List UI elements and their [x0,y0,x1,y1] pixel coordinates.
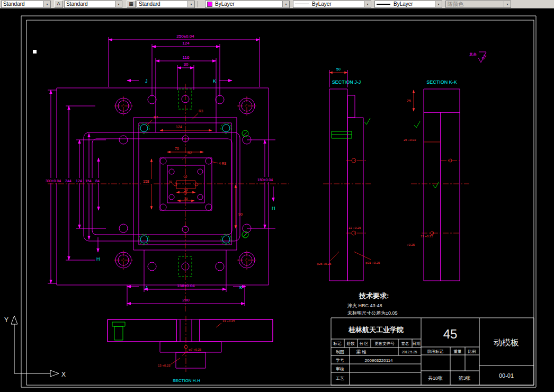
stage-header: 阶段标记 [427,349,444,354]
cut-label-k: K [239,285,243,290]
dim-text: 50 [336,67,341,71]
tech-req-title: 技术要求: [359,292,389,300]
section-kk-label: SECTION K-K [426,79,457,85]
guide-pin-holes [115,98,255,268]
scale-header: 比例 [468,349,476,354]
roughness-check-icon [364,118,370,124]
roughness-check-icon [414,121,420,128]
part-name: 动模板 [494,338,519,347]
chevron-down-icon[interactable]: ▾ [282,1,289,7]
material-grade: 45 [443,327,458,341]
linetype-value: ByLayer [310,1,364,7]
cut-label-h: H [272,206,275,211]
grip-point[interactable] [33,50,37,54]
dim-text: 40 [184,188,188,191]
surface-roughness-value: 3.2 [481,54,487,60]
dim-text: 124 [76,179,82,183]
dim-text: 150±0.04 [257,178,273,182]
chevron-down-icon[interactable]: ▾ [187,1,194,7]
dim-text: 124 [182,41,190,46]
dim-style-value: Standard [2,1,43,7]
lineweight-value: ByLayer [392,1,435,7]
dim-text: φ7 +0.25 [189,348,202,351]
surface-finish-note: 其余 3.2 [469,52,487,63]
table-style-value: Standard [137,1,187,7]
checker-label: 审核 [336,367,344,371]
section-hh-label: SECTION H-H [173,378,200,383]
dim-style-combo[interactable]: Standard ▾ [1,1,51,8]
styles-properties-toolbar: Standard ▾ A Standard ▾ ▦ Standard ▾ ByL… [0,0,554,8]
chevron-down-icon: ▾ [504,1,511,7]
text-style-value: Standard [65,1,115,7]
ucs-icon: Y X [4,316,66,378]
sheet-svg: Y X [0,0,554,392]
dim-text: 158 [143,180,149,183]
school-name: 桂林航天工业学院 [348,326,404,334]
dim-text: 84 [95,179,100,183]
dim-text: 13 +0.25 [158,364,171,367]
weight-header: 重量 [454,349,462,354]
dim-text: 154 [85,179,92,183]
chevron-down-icon[interactable]: ▾ [435,1,442,7]
tb-header: 标记 [333,341,342,346]
tech-req-line1: 淬火 HRC 43-48 [347,303,382,308]
chevron-down-icon[interactable]: ▾ [43,1,50,7]
dim-text: 158±0.04 [177,283,195,288]
dim-text: 124 [176,125,182,129]
tech-req-line2: 未标明尺寸公差为±0.05 [347,310,397,316]
ucs-y-label: Y [4,316,8,324]
sheets-total: 共10张 [428,376,443,381]
sheet-number: 第3张 [458,376,470,381]
text-style-icon[interactable]: A [54,1,63,8]
cut-label-h: H [96,256,100,262]
dim-text: 70 [168,180,172,183]
tb-header: 处数 [346,341,355,346]
technical-requirements: 技术要求: 淬火 HRC 43-48 未标明尺寸公差为±0.05 [347,292,397,316]
chevron-down-icon[interactable]: ▾ [115,1,122,7]
color-value: ByLayer [213,1,282,7]
dim-text: 25 +0.02 [404,138,416,141]
student-label: 学号 [336,358,344,363]
main-dimensions: 250±0.04 124 116 30 300±0.04 244 124 154… [44,34,276,306]
table-style-icon[interactable]: ▦ [127,1,136,8]
dim-text: 116 [183,55,190,60]
dim-text: 30 [184,197,188,200]
color-combo[interactable]: ByLayer ▾ [205,1,290,8]
student-number: 200903220114 [365,358,393,363]
drawing-number: 00-01 [499,372,514,379]
dim-text: 13 +0.25 [421,235,433,238]
dim-text: 300±0.04 [46,179,61,183]
section-jj-label: SECTION J-J [332,79,361,85]
dim-text: 70 [175,147,179,150]
tb-header: 签名 [401,341,409,346]
toolbar-separator [198,1,198,7]
lineweight-combo[interactable]: ByLayer ▾ [374,1,442,8]
draft-date: 2012.5.25 [402,350,417,354]
dim-text: φ31 +0.25 [365,261,380,264]
dim-text: 244 [65,179,72,183]
linetype-combo[interactable]: ByLayer ▾ [293,1,371,8]
dim-text: 250±0.04 [176,34,194,39]
dim-text: φ25 +0.25 [317,262,332,265]
cut-label-j: J [145,285,148,290]
main-plan-view [48,84,289,311]
plotstyle-combo: 随颜色 ▾ [445,1,511,8]
dim-text: 30 [184,62,189,67]
surface-note-prefix: 其余 [469,52,477,57]
drafter-name: 梁 维 [356,349,367,354]
chevron-down-icon[interactable]: ▾ [364,1,371,7]
plotstyle-value: 随颜色 [446,1,504,7]
radius-label: 4-R8 [219,162,226,165]
dim-text: 25 [407,99,411,103]
tb-header: 更改文件号 [374,341,395,346]
table-style-combo[interactable]: Standard ▾ [137,1,195,8]
roughness-check-icon [433,182,439,188]
drawing-area[interactable]: Y X [0,0,554,392]
tb-header: 日期 [413,341,421,346]
dim-text: 200 [182,298,190,302]
title-block: 桂林航天工业学院 45 动模板 00-01 标记 处数 分 区 更改文件号 签名… [331,318,534,385]
linetype-glyph-icon [295,4,309,4]
radius-label: R7 [154,115,158,119]
ucs-x-label: X [61,371,66,378]
text-style-combo[interactable]: Standard ▾ [64,1,122,8]
